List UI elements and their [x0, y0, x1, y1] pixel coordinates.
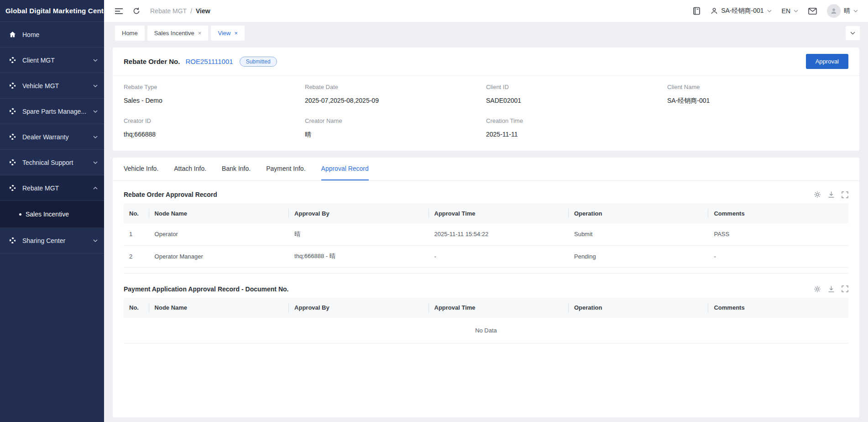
sidebar: Global Digital Marketing Center Home Cli…: [0, 0, 104, 422]
column-header: Node Name: [149, 203, 289, 223]
settings-gear-icon[interactable]: [814, 285, 821, 293]
field-label: Creation Time: [486, 117, 667, 124]
sidebar-item-sales-incentive[interactable]: Sales Incentive: [0, 201, 104, 227]
dealer-name: SA-经销商-001: [721, 7, 763, 15]
chevron-down-icon: [850, 32, 855, 35]
document-book-icon[interactable]: [693, 7, 701, 15]
breadcrumb-separator: /: [190, 7, 192, 15]
rebate-table-header: Rebate Order Approval Record: [124, 188, 848, 201]
sidebar-item-label: Technical Support: [22, 159, 93, 166]
field-creator-id: Creator ID thq;666888: [124, 117, 305, 139]
field-creation-time: Creation Time 2025-11-11: [486, 117, 667, 139]
sidebar-item-rebate-mgt[interactable]: Rebate MGT: [0, 175, 104, 201]
approval-button[interactable]: Approval: [806, 54, 848, 69]
download-icon[interactable]: [828, 191, 835, 198]
cell-approval-time: 2025-11-11 15:54:22: [429, 223, 569, 245]
order-no-value[interactable]: ROE251111001: [185, 58, 233, 65]
order-fields: Rebate Type Sales - Demo Rebate Date 202…: [113, 76, 859, 151]
download-icon[interactable]: [828, 285, 835, 293]
mail-icon[interactable]: [808, 8, 817, 15]
chevron-down-icon: [794, 10, 798, 12]
tabs-collapse-button[interactable]: [846, 26, 860, 40]
column-header: Comments: [708, 298, 848, 318]
user-menu[interactable]: 晴: [827, 4, 858, 18]
tab-payment-info[interactable]: Payment Info.: [266, 158, 305, 180]
table-body: 1 Operator 晴 2025-11-11 15:54:22 Submit …: [124, 223, 848, 267]
rebate-mgt-submenu: Sales Incentive: [0, 201, 104, 228]
status-badge: Submitted: [240, 57, 277, 67]
tab-view[interactable]: View ×: [211, 26, 245, 41]
tab-attach-info[interactable]: Attach Info.: [174, 158, 206, 180]
language-switcher[interactable]: EN: [782, 7, 798, 15]
tab-vehicle-info[interactable]: Vehicle Info.: [124, 158, 158, 180]
home-icon: [9, 31, 16, 38]
fullscreen-icon[interactable]: [842, 285, 848, 292]
chevron-down-icon: [93, 239, 98, 242]
tab-approval-record[interactable]: Approval Record: [321, 158, 369, 180]
menu-fold-icon[interactable]: [115, 8, 123, 15]
column-header: Operation: [569, 298, 708, 318]
breadcrumb-parent[interactable]: Rebate MGT: [150, 7, 187, 15]
sidebar-item-spare-parts[interactable]: Spare Parts Manage...: [0, 99, 104, 124]
payment-table-header: Payment Application Approval Record - Do…: [124, 283, 848, 295]
tab-bank-info[interactable]: Bank Info.: [222, 158, 251, 180]
field-rebate-date: Rebate Date 2025-07,2025-08,2025-09: [305, 84, 486, 105]
tab-home[interactable]: Home: [115, 26, 145, 41]
column-header: Operation: [569, 203, 708, 223]
app-title: Global Digital Marketing Center: [5, 7, 110, 15]
breadcrumb: Rebate MGT / View: [150, 7, 210, 15]
field-value: Sales - Demo: [124, 97, 305, 104]
dealer-switcher[interactable]: SA-经销商-001: [711, 7, 771, 15]
sidebar-item-technical-support[interactable]: Technical Support: [0, 150, 104, 175]
fullscreen-icon[interactable]: [842, 191, 848, 198]
sidebar-item-home[interactable]: Home: [0, 22, 104, 47]
table-header-row: No.Node NameApproval ByApproval TimeOper…: [124, 203, 848, 223]
order-no-label: Rebate Order No.: [124, 58, 180, 65]
column-header: Approval By: [289, 298, 429, 318]
payment-approval-table: No.Node NameApproval ByApproval TimeOper…: [124, 298, 848, 343]
ring-icon: [9, 159, 16, 166]
sidebar-item-client-mgt[interactable]: Client MGT: [0, 47, 104, 73]
chevron-down-icon: [93, 161, 98, 164]
sidebar-header: Global Digital Marketing Center: [0, 0, 104, 22]
field-client-name: Client Name SA-经销商-001: [667, 84, 848, 105]
sidebar-item-dealer-warranty[interactable]: Dealer Warranty: [0, 124, 104, 150]
user-name: 晴: [844, 7, 850, 15]
sidebar-item-sharing-center[interactable]: Sharing Center: [0, 228, 104, 253]
ring-icon: [9, 185, 16, 191]
chevron-down-icon: [853, 10, 858, 12]
close-icon[interactable]: ×: [198, 30, 202, 36]
refresh-icon[interactable]: [133, 7, 140, 15]
cell-approval-time: -: [429, 245, 569, 267]
ring-icon: [9, 237, 16, 244]
cell-comments: PASS: [708, 223, 848, 245]
tab-sales-incentive[interactable]: Sales Incentive ×: [147, 26, 209, 41]
breadcrumb-current: View: [196, 7, 210, 15]
cell-node-name: Operator: [149, 223, 289, 245]
approval-record-section: Rebate Order Approval Record: [113, 188, 859, 343]
cell-approval-by: thq;666888 - 晴: [289, 245, 429, 267]
ring-icon: [9, 57, 16, 63]
cell-no: 2: [124, 245, 149, 267]
person-icon: [711, 7, 718, 15]
field-value: 2025-07,2025-08,2025-09: [305, 97, 486, 104]
tab-label: Home: [122, 30, 138, 37]
column-header: Approval Time: [429, 203, 569, 223]
chevron-down-icon: [93, 136, 98, 138]
column-header: Approval By: [289, 203, 429, 223]
table-toolbar: [814, 285, 848, 293]
sidebar-item-vehicle-mgt[interactable]: Vehicle MGT: [0, 73, 104, 99]
chevron-down-icon: [93, 110, 98, 113]
field-label: Creator Name: [305, 117, 486, 124]
settings-gear-icon[interactable]: [814, 191, 821, 198]
topbar: Rebate MGT / View SA-经销商-001 EN: [104, 0, 868, 22]
field-label: Client Name: [667, 84, 848, 90]
field-creator-name: Creator Name 晴: [305, 117, 486, 139]
column-header: Node Name: [149, 298, 289, 318]
field-value: SADE02001: [486, 97, 667, 104]
sidebar-item-label: Sales Incentive: [26, 211, 69, 218]
close-icon[interactable]: ×: [234, 30, 238, 36]
sidebar-item-label: Rebate MGT: [22, 185, 93, 192]
chevron-up-icon: [93, 187, 98, 190]
field-value: SA-经销商-001: [667, 97, 848, 105]
